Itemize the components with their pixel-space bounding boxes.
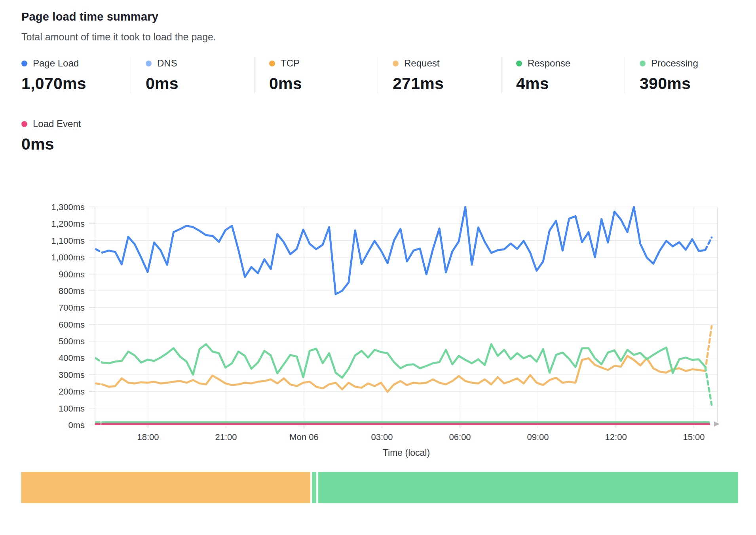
processing-legend-dot-icon	[640, 61, 646, 66]
timeline-segment	[312, 472, 316, 503]
stat-load-event: Load Event 0ms	[21, 118, 81, 154]
timeline-segment	[318, 472, 738, 503]
stat-head: TCP	[269, 58, 378, 69]
range-end-arrow-icon	[714, 421, 720, 427]
stat-head: Response	[516, 58, 625, 69]
stat-value: 0ms	[21, 135, 81, 154]
x-axis-label: 09:00	[527, 432, 549, 442]
stat-processing: Processing 390ms	[625, 57, 748, 93]
y-axis-label: 300ms	[59, 370, 85, 380]
timeline-segment	[21, 472, 310, 503]
stat-value: 390ms	[640, 74, 748, 93]
series-line-processing	[96, 358, 102, 362]
y-axis-label: 100ms	[59, 404, 85, 414]
series-line-page-load	[102, 207, 705, 294]
request-legend-dot-icon	[393, 61, 399, 66]
x-axis-label: 12:00	[605, 432, 627, 442]
y-axis-label: 1,000ms	[51, 252, 85, 262]
y-axis-label: 700ms	[59, 303, 85, 313]
stat-dns: DNS 0ms	[131, 57, 254, 93]
stat-label: Page Load	[33, 58, 79, 69]
stat-label: Response	[528, 58, 570, 69]
y-axis-label: 200ms	[59, 387, 85, 397]
stat-value: 4ms	[516, 74, 625, 93]
y-axis-label: 0ms	[68, 420, 85, 430]
stat-label: TCP	[281, 58, 300, 69]
stat-head: Page Load	[21, 58, 131, 69]
x-axis-label: Mon 06	[289, 432, 318, 442]
stat-head: Request	[393, 58, 501, 69]
y-axis-label: 400ms	[59, 353, 85, 363]
metric-summary-row: Page Load 1,070ms DNS 0ms TCP 0ms Reques…	[21, 57, 740, 93]
x-axis-label: 18:00	[137, 432, 159, 442]
dns-legend-dot-icon	[146, 61, 152, 66]
page-title: Page load time summary	[21, 10, 740, 23]
y-axis-label: 1,100ms	[51, 236, 85, 246]
stat-label: Load Event	[33, 118, 81, 129]
stat-label: Request	[404, 58, 439, 69]
load-event-legend-dot-icon	[21, 121, 27, 127]
y-axis-label: 1,300ms	[51, 202, 85, 212]
x-axis-label: 21:00	[215, 432, 237, 442]
stat-head: Processing	[640, 58, 748, 69]
page-load-time-chart[interactable]: 0ms100ms200ms300ms400ms500ms600ms700ms80…	[21, 161, 740, 462]
stat-value: 0ms	[146, 74, 254, 93]
y-axis-label: 800ms	[59, 286, 85, 296]
y-axis-label: 1,200ms	[51, 219, 85, 229]
tcp-legend-dot-icon	[269, 61, 275, 66]
series-line-processing	[102, 344, 705, 378]
series-line-page-load	[96, 249, 102, 253]
page-subtitle: Total amount of time it took to load the…	[21, 31, 740, 43]
series-line-processing	[705, 367, 712, 405]
page-load-legend-dot-icon	[21, 61, 27, 66]
stat-label: Processing	[651, 58, 698, 69]
stat-value: 271ms	[393, 74, 501, 93]
stat-head: Load Event	[21, 118, 81, 129]
series-line-request	[705, 326, 712, 371]
status-timeline-bar	[21, 472, 740, 503]
response-legend-dot-icon	[516, 61, 522, 66]
x-axis-label: 03:00	[371, 432, 393, 442]
x-axis-label: 06:00	[449, 432, 471, 442]
metric-summary-row-2: Load Event 0ms	[21, 118, 740, 154]
series-line-page-load	[705, 237, 712, 250]
x-axis-label: 15:00	[683, 432, 705, 442]
y-axis-label: 500ms	[59, 336, 85, 346]
y-axis-label: 600ms	[59, 320, 85, 330]
stat-value: 0ms	[269, 74, 378, 93]
page-load-summary-panel: Page load time summary Total amount of t…	[0, 0, 756, 503]
stat-value: 1,070ms	[21, 74, 131, 93]
stat-request: Request 271ms	[378, 57, 501, 93]
stat-tcp: TCP 0ms	[254, 57, 378, 93]
stat-page-load: Page Load 1,070ms	[21, 57, 131, 93]
stat-head: DNS	[146, 58, 254, 69]
stat-label: DNS	[157, 58, 177, 69]
stat-response: Response 4ms	[501, 57, 625, 93]
y-axis-label: 900ms	[59, 269, 85, 279]
x-axis-title: Time (local)	[383, 448, 430, 458]
